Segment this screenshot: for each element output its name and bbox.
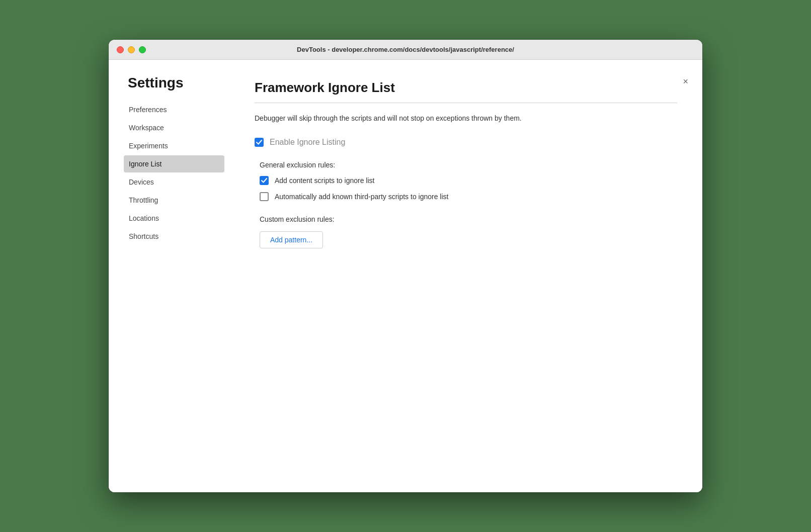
section-description: Debugger will skip through the scripts a… [255, 113, 617, 124]
add-content-scripts-label: Add content scripts to ignore list [275, 176, 374, 185]
sidebar: Settings Preferences Workspace Experimen… [124, 75, 234, 477]
general-exclusion-title: General exclusion rules: [260, 161, 677, 169]
traffic-lights [117, 46, 146, 53]
auto-third-party-checkbox[interactable] [260, 192, 269, 201]
enable-ignore-listing-checkbox[interactable] [255, 138, 264, 147]
main-content: × Framework Ignore List Debugger will sk… [234, 75, 702, 477]
minimize-traffic-light[interactable] [128, 46, 135, 53]
sidebar-item-preferences[interactable]: Preferences [124, 101, 224, 118]
browser-content: Settings Preferences Workspace Experimen… [109, 60, 702, 492]
enable-ignore-listing-label: Enable Ignore Listing [270, 138, 345, 147]
add-content-scripts-row: Add content scripts to ignore list [260, 176, 677, 185]
close-button[interactable]: × [679, 75, 692, 88]
sidebar-item-ignore-list[interactable]: Ignore List [124, 155, 224, 172]
sidebar-nav: Preferences Workspace Experiments Ignore… [124, 101, 224, 245]
sidebar-item-shortcuts[interactable]: Shortcuts [124, 228, 224, 245]
add-content-scripts-checkbox[interactable] [260, 176, 269, 185]
section-title: Framework Ignore List [255, 80, 677, 96]
custom-exclusion-section: Custom exclusion rules: Add pattern... [255, 215, 677, 248]
general-exclusion-section: General exclusion rules: Add content scr… [255, 161, 677, 201]
maximize-traffic-light[interactable] [139, 46, 146, 53]
browser-window: DevTools - developer.chrome.com/docs/dev… [109, 40, 702, 492]
auto-third-party-label: Automatically add known third-party scri… [275, 193, 448, 201]
browser-title: DevTools - developer.chrome.com/docs/dev… [297, 46, 514, 53]
enable-ignore-listing-row: Enable Ignore Listing [255, 138, 677, 147]
title-bar: DevTools - developer.chrome.com/docs/dev… [109, 40, 702, 60]
sidebar-item-workspace[interactable]: Workspace [124, 119, 224, 136]
sidebar-item-devices[interactable]: Devices [124, 173, 224, 191]
sidebar-item-throttling[interactable]: Throttling [124, 192, 224, 209]
add-pattern-button[interactable]: Add pattern... [260, 231, 323, 248]
auto-third-party-row: Automatically add known third-party scri… [260, 192, 677, 201]
sidebar-item-experiments[interactable]: Experiments [124, 137, 224, 154]
close-traffic-light[interactable] [117, 46, 124, 53]
sidebar-item-locations[interactable]: Locations [124, 210, 224, 227]
sidebar-title: Settings [124, 75, 224, 91]
section-divider [255, 103, 677, 103]
custom-exclusion-title: Custom exclusion rules: [260, 215, 677, 223]
settings-container: Settings Preferences Workspace Experimen… [109, 60, 702, 492]
